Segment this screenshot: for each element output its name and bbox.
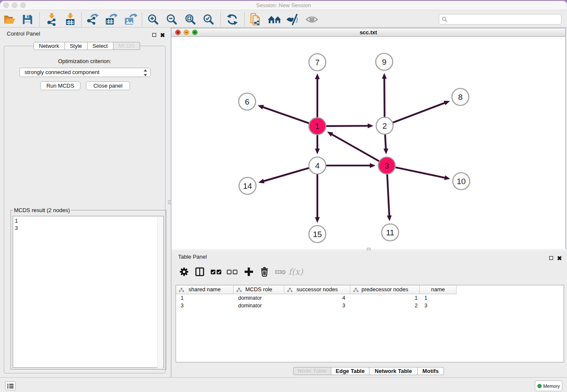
column-header-name[interactable]: name xyxy=(420,285,457,294)
table-cell[interactable]: 3 xyxy=(176,302,234,309)
save-session-button[interactable] xyxy=(21,13,34,26)
import-network-button[interactable] xyxy=(45,13,58,26)
first-neighbors-button[interactable] xyxy=(268,13,281,26)
table-cell[interactable]: 4 xyxy=(284,295,350,302)
export-image-icon xyxy=(124,13,137,26)
result-scrollbar[interactable] xyxy=(157,217,163,368)
main-toolbar xyxy=(0,11,567,28)
frame-maximize-button[interactable] xyxy=(192,30,198,35)
show-column-panel-button[interactable] xyxy=(193,265,206,279)
table-toolbar: f(x) xyxy=(171,263,567,280)
memory-button[interactable]: Memory xyxy=(535,381,562,391)
column-header-predecessor-nodes[interactable]: predecessor nodes xyxy=(350,285,420,294)
delete-column-button[interactable] xyxy=(258,265,271,279)
hide-eye-icon xyxy=(286,13,300,26)
frame-close-button[interactable] xyxy=(175,30,181,35)
task-history-button[interactable] xyxy=(5,381,16,390)
import-table-icon xyxy=(64,13,77,26)
tab-edge-table[interactable]: Edge Table xyxy=(331,367,369,375)
app-window: Session: New Session xyxy=(0,1,567,392)
edge-arrow-4-3 xyxy=(370,163,376,168)
tab-select[interactable]: Select xyxy=(88,42,113,50)
column-header-successor-nodes[interactable]: successor nodes xyxy=(284,285,350,294)
table-cell[interactable]: 1 xyxy=(420,295,457,302)
export-image-button[interactable] xyxy=(124,13,137,26)
import-table-button[interactable] xyxy=(63,13,77,26)
network-window-titlebar[interactable]: scc.txt xyxy=(171,28,565,37)
table-cell[interactable]: 3 xyxy=(420,302,457,309)
export-table-button[interactable] xyxy=(104,13,118,26)
edge-3-1[interactable] xyxy=(331,134,387,166)
tab-network[interactable]: Network xyxy=(33,42,65,50)
control-panel-title: Control Panel xyxy=(7,30,40,37)
node-label-8: 8 xyxy=(458,93,463,102)
optimization-criterion-select[interactable]: strongly connected component xyxy=(19,68,151,77)
run-mcds-button[interactable]: Run MCDS xyxy=(40,81,80,90)
float-window-icon[interactable] xyxy=(549,256,553,260)
zoom-selected-button[interactable] xyxy=(202,13,215,26)
function-builder-button[interactable]: f(x) xyxy=(289,265,303,279)
node-label-7: 7 xyxy=(315,58,320,67)
mcds-result-title: MCDS result (2 nodes) xyxy=(13,207,71,213)
column-header-shared-name[interactable]: shared name xyxy=(176,285,234,294)
search-input[interactable] xyxy=(439,14,561,25)
column-header-label: successor nodes xyxy=(284,285,350,294)
table-panel-tabs: Node TableEdge TableNetwork TableMotifs xyxy=(293,367,444,375)
network-canvas[interactable]: 1234678910111415 xyxy=(171,37,565,249)
column-header-MCDS-role[interactable]: MCDS role xyxy=(234,285,284,294)
edge-2-8[interactable] xyxy=(385,102,445,126)
trash-icon xyxy=(259,267,270,277)
tab-network-table[interactable]: Network Table xyxy=(369,367,418,375)
add-column-button[interactable] xyxy=(242,265,256,279)
table-cell[interactable]: dominator xyxy=(234,302,284,309)
node-label-14: 14 xyxy=(243,182,252,190)
float-window-icon[interactable] xyxy=(152,33,156,37)
node-label-10: 10 xyxy=(457,177,465,186)
task-list-icon xyxy=(7,384,14,389)
unselect-all-button[interactable] xyxy=(226,265,239,279)
show-all-button[interactable] xyxy=(305,13,319,26)
tab-node-table[interactable]: Node Table xyxy=(293,367,331,375)
node-label-11: 11 xyxy=(386,228,394,237)
table-cell[interactable]: 1 xyxy=(350,295,420,302)
table-cell[interactable]: dominator xyxy=(234,295,284,302)
frame-minimize-button[interactable] xyxy=(184,30,189,35)
table-row[interactable]: 3dominator323 xyxy=(176,302,564,309)
memory-status-dot xyxy=(537,384,542,388)
right-column: scc.txt 1234678910111415 xyxy=(171,28,567,377)
delete-table-button[interactable] xyxy=(274,265,287,279)
zoom-fit-button[interactable] xyxy=(184,13,197,26)
apply-layout-button[interactable] xyxy=(226,13,239,26)
mcds-result-list[interactable]: 1 3 xyxy=(13,216,164,368)
status-bar: Memory xyxy=(0,377,567,392)
table-row[interactable]: 1dominator411 xyxy=(176,295,564,302)
zoom-in-icon xyxy=(147,13,160,26)
open-file-button[interactable] xyxy=(3,13,16,26)
toolbar-separator xyxy=(39,12,40,26)
tab-motifs[interactable]: Motifs xyxy=(418,367,444,375)
mcds-result-values: 1 3 xyxy=(15,218,18,231)
select-all-button[interactable] xyxy=(209,265,223,279)
open-folder-icon xyxy=(3,13,16,26)
node-label-15: 15 xyxy=(313,230,322,239)
network-from-clipboard-button[interactable] xyxy=(249,13,263,26)
zoom-in-button[interactable] xyxy=(146,13,160,26)
plus-icon xyxy=(244,267,254,277)
hide-selected-button[interactable] xyxy=(286,13,300,26)
table-panel: Table Panel ✖ xyxy=(171,251,567,377)
zoom-out-button[interactable] xyxy=(165,13,179,26)
close-icon[interactable]: ✖ xyxy=(160,33,165,37)
optimization-criterion-label: Optimization criterion: xyxy=(4,58,165,64)
table-settings-button[interactable] xyxy=(177,265,191,279)
column-header-label: shared name xyxy=(176,285,233,294)
table-cell[interactable]: 1 xyxy=(176,295,234,302)
export-network-button[interactable] xyxy=(85,13,99,26)
edge-arrow-2-3 xyxy=(383,149,388,155)
network-window: scc.txt 1234678910111415 xyxy=(171,28,566,249)
close-panel-button[interactable]: Close panel xyxy=(86,81,130,90)
table-cell[interactable]: 3 xyxy=(284,302,350,309)
close-icon[interactable]: ✖ xyxy=(557,256,562,260)
tab-style[interactable]: Style xyxy=(65,42,88,50)
tab-mcds[interactable]: MCDS xyxy=(113,42,140,50)
table-cell[interactable]: 2 xyxy=(350,302,420,309)
